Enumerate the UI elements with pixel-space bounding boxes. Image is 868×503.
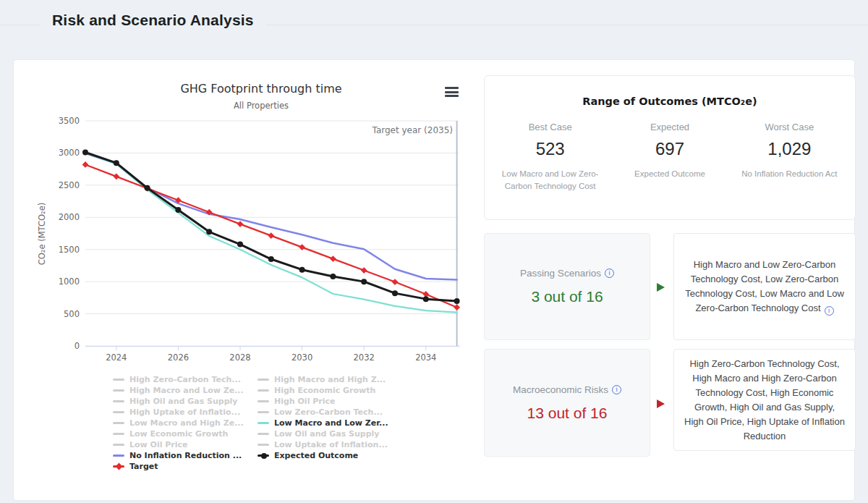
legend-marker-icon	[113, 379, 124, 381]
svg-text:2034: 2034	[415, 352, 436, 363]
best-case-value: 523	[490, 139, 610, 159]
legend-marker-icon	[113, 433, 124, 435]
chart-subtitle: All Properties	[31, 101, 491, 111]
legend-item-label: High Oil and Gas Supply	[129, 397, 237, 406]
legend-item-label: Target	[129, 462, 158, 471]
risk-scenario-page: { "page": { "title": "Risk and Scenario …	[0, 0, 868, 503]
legend-item[interactable]: High Oil Price	[258, 396, 413, 407]
legend-marker-icon	[258, 433, 269, 435]
passing-scenarios-panel: Passing Scenarios 3 out of 16	[484, 233, 650, 340]
passing-scenarios-label: Passing Scenarios	[520, 268, 614, 279]
legend-item[interactable]: Expected Outcome	[258, 450, 413, 461]
legend-item[interactable]: High Economic Growth	[258, 385, 413, 396]
legend-item-label: High Zero-Carbon Tech...	[129, 375, 241, 384]
legend-marker-icon	[258, 444, 269, 446]
legend-marker-icon	[113, 389, 124, 392]
expected-column: Expected 697 Expected Outcome	[610, 122, 729, 193]
legend-item-label: Low Oil and Gas Supply	[274, 429, 380, 439]
macroeconomic-risks-label: Macroeconomic Risks	[513, 384, 621, 395]
legend-item-label: High Macro and High Z...	[274, 375, 386, 384]
svg-text:2024: 2024	[106, 352, 127, 363]
expected-caption: Expected Outcome	[610, 168, 729, 180]
svg-text:3500: 3500	[59, 116, 80, 126]
legend-marker-icon	[113, 455, 124, 457]
range-panel-title: Range of Outcomes (MTCO₂e)	[485, 96, 855, 107]
legend-item-label: Expected Outcome	[274, 451, 358, 460]
macroeconomic-risks-panel: Macroeconomic Risks 13 out of 16	[484, 349, 650, 457]
legend-item[interactable]: Target	[113, 461, 268, 472]
hamburger-icon	[445, 91, 459, 93]
hamburger-icon	[445, 87, 459, 89]
legend-item-label: Low Oil Price	[129, 440, 188, 449]
info-icon[interactable]	[605, 269, 614, 278]
y-axis-title: CO₂e (MTCO₂e)	[37, 176, 47, 292]
chart-title: GHG Footprint through time	[31, 82, 491, 96]
legend-marker-icon	[258, 455, 269, 457]
risks-detail-text: High Zero-Carbon Technology Cost, High M…	[684, 358, 845, 441]
svg-text:2030: 2030	[292, 352, 312, 363]
right-triangle-icon	[657, 400, 665, 408]
legend-marker-icon	[113, 411, 124, 413]
worst-case-column: Worst Case 1,029 No Inflation Reduction …	[730, 122, 849, 193]
risk-analysis-card: 0500100015002000250030003500202420262028…	[13, 59, 855, 501]
svg-text:1500: 1500	[59, 245, 80, 255]
legend-item[interactable]: Low Oil Price	[113, 439, 268, 450]
passing-detail-text: High Macro and Low Zero-Carbon Technolog…	[685, 259, 844, 313]
legend-marker-icon	[113, 422, 124, 424]
svg-text:2028: 2028	[229, 352, 250, 363]
legend-marker-icon	[258, 422, 269, 424]
best-case-column: Best Case 523 Low Macro and Low Zero-Car…	[490, 122, 610, 193]
legend-item[interactable]: High Zero-Carbon Tech...	[113, 374, 268, 385]
legend-item[interactable]: Low Macro and High Ze...	[113, 418, 268, 428]
worst-case-value: 1,029	[730, 139, 849, 159]
legend-item[interactable]: Low Oil and Gas Supply	[258, 428, 413, 439]
legend-marker-icon	[258, 379, 269, 381]
legend-item[interactable]: High Uptake of Inflatio...	[113, 407, 268, 418]
passing-scenarios-value: 3 out of 16	[531, 288, 603, 305]
page-title: Risk and Scenario Analysis	[41, 12, 265, 29]
worst-case-label: Worst Case	[730, 122, 849, 132]
hamburger-icon	[445, 95, 459, 97]
best-case-label: Best Case	[490, 122, 610, 132]
legend-marker-icon	[113, 465, 124, 468]
svg-text:2026: 2026	[168, 352, 189, 363]
svg-text:1000: 1000	[59, 276, 80, 287]
legend-item-label: High Macro and Low Ze...	[129, 386, 244, 395]
macroeconomic-risks-value: 13 out of 16	[527, 405, 608, 422]
svg-text:2000: 2000	[59, 212, 80, 222]
legend-item[interactable]: Low Zero-Carbon Tech...	[258, 407, 413, 418]
legend-column-2: High Macro and High Z...High Economic Gr…	[258, 374, 413, 461]
legend-marker-icon	[258, 389, 269, 392]
best-case-caption: Low Macro and Low Zero-Carbon Technology…	[490, 168, 610, 193]
legend-item[interactable]: High Oil and Gas Supply	[113, 396, 268, 407]
legend-item-label: Low Macro and Low Zer...	[274, 418, 388, 428]
legend-item[interactable]: No Inflation Reduction ...	[113, 450, 268, 461]
legend-item-label: Low Macro and High Ze...	[129, 418, 244, 428]
chart-menu-button[interactable]	[445, 87, 459, 97]
range-of-outcomes-panel: Range of Outcomes (MTCO₂e) Best Case 523…	[484, 75, 856, 220]
legend-marker-icon	[258, 400, 269, 402]
legend-marker-icon	[258, 411, 269, 413]
legend-item-label: No Inflation Reduction ...	[129, 451, 242, 460]
legend-item[interactable]: High Macro and Low Ze...	[113, 385, 268, 396]
legend-item-label: High Oil Price	[274, 397, 335, 406]
legend-marker-icon	[113, 400, 124, 402]
legend-item-label: Low Zero-Carbon Tech...	[274, 407, 383, 417]
legend-item[interactable]: High Macro and High Z...	[258, 374, 413, 385]
legend-marker-icon	[113, 444, 124, 446]
svg-text:500: 500	[64, 309, 80, 319]
svg-text:2500: 2500	[59, 180, 80, 190]
worst-case-caption: No Inflation Reduction Act	[730, 168, 849, 180]
info-icon[interactable]	[612, 385, 621, 394]
legend-item[interactable]: Low Macro and Low Zer...	[258, 418, 413, 428]
right-triangle-icon	[657, 283, 665, 292]
legend-item-label: High Uptake of Inflatio...	[129, 407, 240, 417]
legend-item[interactable]: Low Economic Growth	[113, 428, 268, 439]
legend-column-1: High Zero-Carbon Tech...High Macro and L…	[113, 374, 268, 472]
passing-scenarios-detail: High Macro and Low Zero-Carbon Technolog…	[673, 233, 856, 340]
target-year-label: Target year (2035)	[260, 125, 453, 135]
legend-item[interactable]: Low Uptake of Inflation...	[258, 439, 413, 450]
info-icon[interactable]	[825, 306, 834, 316]
legend-item-label: Low Economic Growth	[129, 429, 228, 439]
legend-item-label: High Economic Growth	[274, 386, 375, 395]
